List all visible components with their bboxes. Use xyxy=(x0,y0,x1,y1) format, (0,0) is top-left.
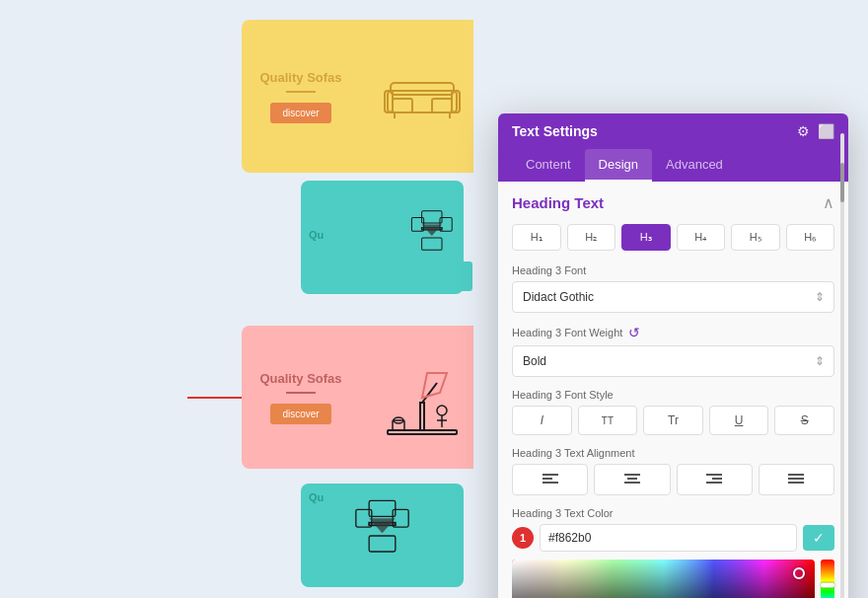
section-header: Heading Text ∧ xyxy=(512,193,834,212)
font-select-wrapper: Didact Gothic ⇕ xyxy=(512,281,834,313)
panel-tabs: Content Design Advanced xyxy=(498,149,848,182)
panel-settings-icon[interactable]: ⚙ xyxy=(797,123,810,139)
card-1-divider xyxy=(286,91,316,93)
card-4-title: Qu xyxy=(309,491,324,503)
font-select[interactable]: Didact Gothic xyxy=(512,281,834,313)
panel-header-icons: ⚙ ⬜ xyxy=(797,123,834,139)
heading-selector: H₁ H₂ H₃ H₄ H₅ H₆ xyxy=(512,224,834,251)
align-right-btn[interactable] xyxy=(677,464,753,495)
card-3-title: Quality Sofas xyxy=(259,371,341,386)
card-yellow-sofa: Quality Sofas discover xyxy=(242,20,473,173)
brightness-overlay xyxy=(512,560,815,598)
svg-rect-1 xyxy=(393,99,412,112)
card-1-discover-button[interactable]: discover xyxy=(270,103,330,123)
panel-header: Text Settings ⚙ ⬜ xyxy=(498,113,848,149)
svg-rect-15 xyxy=(420,403,424,430)
color-hex-input[interactable] xyxy=(540,524,797,552)
heading-h5-btn[interactable]: H₅ xyxy=(731,224,780,251)
text-align-field-row: Heading 3 Text Alignment xyxy=(512,447,834,495)
card-2-title: Qu xyxy=(309,229,324,241)
align-justify-btn[interactable] xyxy=(759,464,834,495)
text-settings-panel: Text Settings ⚙ ⬜ Content Design Advance… xyxy=(498,113,848,598)
tab-advanced[interactable]: Advanced xyxy=(652,149,737,182)
color-gradient-picker[interactable] xyxy=(512,560,815,598)
font-weight-label: Heading 3 Font Weight xyxy=(512,327,622,338)
align-center-btn[interactable] xyxy=(594,464,670,495)
panel-body: Heading Text ∧ H₁ H₂ H₃ H₄ H₅ H₆ Heading… xyxy=(498,182,848,598)
font-style-label: Heading 3 Font Style xyxy=(512,389,834,401)
svg-rect-26 xyxy=(369,500,396,516)
svg-rect-5 xyxy=(391,83,454,95)
canvas: Quality Sofas discover Qu xyxy=(0,0,473,598)
svg-rect-2 xyxy=(432,99,452,112)
font-weight-label-row: Heading 3 Font Weight ↺ xyxy=(512,325,834,340)
style-italic-btn[interactable]: I xyxy=(512,406,572,435)
panel-scrollbar[interactable] xyxy=(840,133,844,598)
section-title: Heading Text xyxy=(512,194,604,211)
svg-rect-27 xyxy=(369,536,396,552)
color-confirm-button[interactable]: ✓ xyxy=(803,525,834,551)
color-picker-row xyxy=(512,560,834,598)
card-2-edge-btn xyxy=(461,262,472,291)
dining-table-icon xyxy=(408,198,456,277)
font-weight-reset-icon[interactable]: ↺ xyxy=(628,325,640,340)
font-weight-field-row: Heading 3 Font Weight ↺ Bold ⇕ xyxy=(512,325,834,377)
dining-table-2-icon xyxy=(350,496,414,575)
style-tr-btn[interactable]: Tr xyxy=(643,406,703,435)
svg-point-20 xyxy=(437,406,447,415)
heading-h1-btn[interactable]: H₁ xyxy=(512,224,561,251)
heading-h4-btn[interactable]: H₄ xyxy=(677,224,726,251)
color-number-badge: 1 xyxy=(512,527,534,549)
color-picker-cursor xyxy=(793,567,805,579)
font-style-field-row: Heading 3 Font Style I TT Tr U S xyxy=(512,389,834,435)
panel-scrollbar-thumb xyxy=(840,163,844,202)
font-field-row: Heading 3 Font Didact Gothic ⇕ xyxy=(512,264,834,313)
tab-design[interactable]: Design xyxy=(585,149,652,182)
font-style-buttons: I TT Tr U S xyxy=(512,406,834,435)
card-3-discover-button[interactable]: discover xyxy=(270,404,330,424)
font-weight-select-wrapper: Bold ⇕ xyxy=(512,345,834,377)
panel-expand-icon[interactable]: ⬜ xyxy=(818,123,834,139)
section-toggle-icon[interactable]: ∧ xyxy=(823,193,834,212)
panel-title: Text Settings xyxy=(512,123,598,139)
text-color-section: Heading 3 Text Color 1 ✓ xyxy=(512,507,834,598)
tab-content[interactable]: Content xyxy=(512,149,585,182)
card-teal-bottom: Qu xyxy=(301,484,464,587)
card-1-title: Quality Sofas xyxy=(259,70,341,85)
heading-h6-btn[interactable]: H₆ xyxy=(786,224,835,251)
color-input-row: 1 ✓ xyxy=(512,524,834,552)
card-teal-dining: Qu xyxy=(301,181,464,294)
text-align-buttons xyxy=(512,464,834,495)
text-color-label: Heading 3 Text Color xyxy=(512,507,834,519)
arrow-line xyxy=(187,397,242,399)
font-weight-select[interactable]: Bold xyxy=(512,345,834,377)
heading-h2-btn[interactable]: H₂ xyxy=(567,224,616,251)
style-strike-btn[interactable]: S xyxy=(774,406,834,435)
style-tt-btn[interactable]: TT xyxy=(578,406,638,435)
sofa-icon xyxy=(383,69,462,123)
text-align-label: Heading 3 Text Alignment xyxy=(512,447,834,459)
svg-rect-11 xyxy=(422,210,442,222)
desk-lamp-icon xyxy=(383,343,462,452)
hue-cursor-upper xyxy=(821,583,834,588)
style-underline-btn[interactable]: U xyxy=(709,406,769,435)
heading-h3-btn[interactable]: H₃ xyxy=(621,224,671,251)
align-left-btn[interactable] xyxy=(512,464,588,495)
font-label: Heading 3 Font xyxy=(512,264,834,276)
hue-slider[interactable] xyxy=(821,560,834,598)
card-pink-sofa: Quality Sofas discover xyxy=(242,326,473,469)
svg-rect-12 xyxy=(422,238,442,250)
card-3-divider xyxy=(286,392,316,394)
